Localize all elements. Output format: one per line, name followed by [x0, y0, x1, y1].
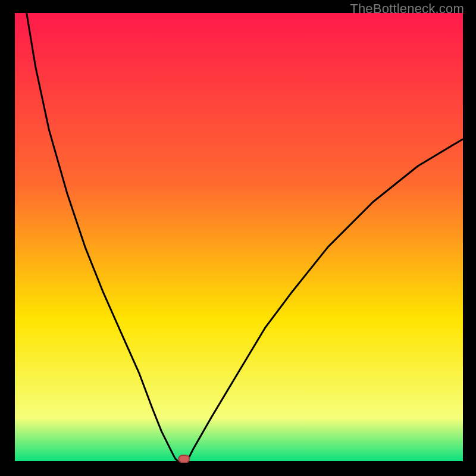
plot-area: [13, 13, 463, 463]
gradient-background: [13, 13, 463, 463]
optimal-marker: [178, 455, 189, 462]
watermark-text: TheBottleneck.com: [350, 1, 464, 17]
chart-frame: TheBottleneck.com: [0, 0, 476, 476]
chart-svg: [13, 13, 463, 463]
